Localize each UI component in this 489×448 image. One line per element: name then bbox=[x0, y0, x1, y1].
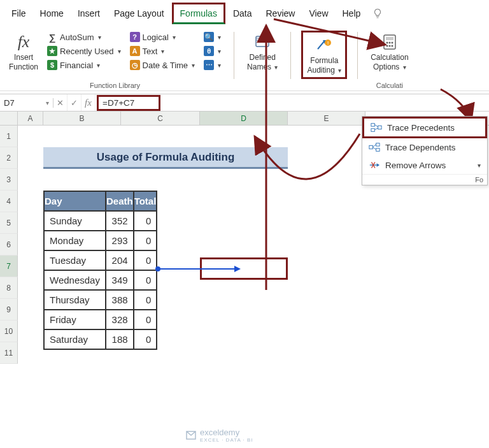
menu-data[interactable]: Data bbox=[227, 4, 259, 22]
table-row[interactable]: Saturday1880 bbox=[44, 329, 157, 349]
logical-label: Logical bbox=[143, 33, 169, 42]
menu-view[interactable]: View bbox=[302, 4, 334, 22]
menu-file[interactable]: File bbox=[5, 4, 32, 22]
formula-input[interactable]: =D7+C7 bbox=[97, 95, 160, 111]
tell-me-icon[interactable] bbox=[372, 8, 383, 19]
formula-bar: D7 ▾ ✕ ✓ fx =D7+C7 bbox=[0, 94, 489, 112]
date-time-label: Date & Time bbox=[143, 61, 188, 70]
svg-point-6 bbox=[386, 42, 388, 44]
insert-function-button[interactable]: fx Insert Function bbox=[6, 31, 41, 73]
calc-options-label-1: Calculation bbox=[371, 54, 408, 62]
math-button[interactable]: θ▾ bbox=[201, 45, 223, 57]
insert-function-label-2: Function bbox=[9, 63, 38, 71]
ribbon: fx Insert Function ∑AutoSum▾ ★Recently U… bbox=[0, 27, 489, 91]
row-header-3[interactable]: 3 bbox=[0, 169, 18, 191]
chevron-down-icon: ▾ bbox=[218, 62, 221, 69]
svg-marker-18 bbox=[377, 163, 380, 166]
row-header-4[interactable]: 4 bbox=[0, 191, 18, 212]
table-row[interactable]: Sunday3520 bbox=[44, 211, 157, 231]
autosum-button[interactable]: ∑AutoSum▾ bbox=[45, 31, 124, 43]
defined-names-label-1: Defined bbox=[250, 54, 276, 62]
formula-auditing-button[interactable]: ! Formula Auditing ▾ bbox=[301, 31, 347, 79]
watermark-tagline: EXCEL · DATA · BI bbox=[200, 437, 253, 443]
calculation-options-button[interactable]: Calculation Options ▾ bbox=[368, 31, 411, 73]
text-label: Text bbox=[143, 47, 158, 56]
fx-icon: fx bbox=[18, 33, 30, 52]
menu-page-layout[interactable]: Page Layout bbox=[108, 4, 171, 22]
col-header-e[interactable]: E bbox=[288, 112, 365, 125]
row-header-2[interactable]: 2 bbox=[0, 147, 18, 169]
remove-arrows-item[interactable]: Remove Arrows ▾ bbox=[362, 156, 487, 174]
group-function-library: fx Insert Function ∑AutoSum▾ ★Recently U… bbox=[3, 31, 227, 90]
menu-formulas[interactable]: Formulas bbox=[172, 3, 225, 24]
chevron-down-icon: ▾ bbox=[98, 34, 101, 41]
text-button[interactable]: AText▾ bbox=[127, 45, 198, 57]
col-header-a[interactable]: A bbox=[18, 112, 43, 125]
chevron-down-icon: ▾ bbox=[118, 48, 121, 55]
cancel-formula-button[interactable]: ✕ bbox=[53, 94, 67, 111]
svg-point-10 bbox=[388, 45, 390, 47]
svg-point-7 bbox=[388, 42, 390, 44]
col-header-c[interactable]: C bbox=[121, 112, 200, 125]
date-time-button[interactable]: ◷Date & Time▾ bbox=[127, 59, 198, 71]
chevron-down-icon: ▾ bbox=[218, 34, 221, 41]
group-formula-auditing: ! Formula Auditing ▾ bbox=[297, 31, 351, 90]
financial-button[interactable]: $Financial▾ bbox=[45, 59, 124, 71]
menu-home[interactable]: Home bbox=[34, 4, 70, 22]
remove-arrows-icon bbox=[369, 160, 380, 170]
row-header-11[interactable]: 11 bbox=[0, 342, 18, 364]
row-header-5[interactable]: 5 bbox=[0, 212, 18, 234]
fx-button[interactable]: fx bbox=[82, 94, 96, 111]
row-header-1[interactable]: 1 bbox=[0, 126, 18, 147]
more-functions-button[interactable]: ⋯▾ bbox=[201, 59, 223, 71]
trace-precedents-item[interactable]: Trace Precedents bbox=[362, 117, 487, 138]
chevron-down-icon: ▾ bbox=[97, 62, 100, 69]
function-library-label: Function Library bbox=[90, 79, 140, 90]
lookup-button[interactable]: 🔍▾ bbox=[201, 31, 223, 43]
menu-help[interactable]: Help bbox=[336, 4, 367, 22]
table-row[interactable]: Wednesday3490 bbox=[44, 270, 157, 290]
accept-formula-button[interactable]: ✓ bbox=[67, 94, 82, 111]
row-header-8[interactable]: 8 bbox=[0, 277, 18, 299]
row-header-7[interactable]: 7 bbox=[0, 256, 18, 277]
insert-function-label-1: Insert bbox=[14, 54, 33, 62]
svg-text:!: ! bbox=[327, 40, 329, 46]
trace-dependents-label: Trace Dependents bbox=[385, 143, 456, 152]
recently-used-label: Recently Used bbox=[60, 47, 114, 56]
trace-dependents-item[interactable]: Trace Dependents bbox=[362, 138, 487, 156]
menu-review[interactable]: Review bbox=[260, 4, 302, 22]
table-row[interactable]: Friday3280 bbox=[44, 310, 157, 329]
col-header-b[interactable]: B bbox=[43, 112, 121, 125]
recently-used-button[interactable]: ★Recently Used▾ bbox=[45, 45, 124, 57]
select-all-corner[interactable] bbox=[0, 112, 18, 125]
logical-button[interactable]: ?Logical▾ bbox=[127, 31, 198, 43]
col-header-d[interactable]: D bbox=[200, 112, 288, 125]
row-header-9[interactable]: 9 bbox=[0, 299, 18, 321]
svg-point-9 bbox=[386, 45, 388, 47]
sheet-title: Usage of Formula Auditing bbox=[43, 147, 288, 169]
menu-insert[interactable]: Insert bbox=[71, 4, 106, 22]
trace-precedent-arrowhead bbox=[234, 266, 241, 272]
calc-options-label-2: Options ▾ bbox=[373, 63, 406, 71]
trace-precedents-icon bbox=[371, 122, 382, 133]
chevron-down-icon: ▾ bbox=[173, 34, 176, 41]
defined-names-button[interactable]: Defined Names ▾ bbox=[244, 31, 280, 73]
watermark-icon bbox=[185, 429, 197, 442]
svg-rect-12 bbox=[371, 124, 374, 127]
svg-point-8 bbox=[391, 42, 393, 44]
name-box-value: D7 bbox=[4, 98, 15, 108]
row-header-6[interactable]: 6 bbox=[0, 234, 18, 256]
header-death: Death bbox=[106, 191, 134, 211]
trace-precedent-line bbox=[158, 268, 234, 270]
trace-dependents-icon bbox=[369, 142, 380, 152]
fx-icon: fx bbox=[85, 98, 92, 108]
chevron-down-icon: ▾ bbox=[46, 99, 49, 106]
row-header-10[interactable]: 10 bbox=[0, 321, 18, 342]
svg-point-11 bbox=[391, 45, 393, 47]
table-row[interactable]: Monday2930 bbox=[44, 231, 157, 250]
name-box[interactable]: D7 ▾ bbox=[0, 98, 53, 108]
watermark-brand: exceldemy bbox=[200, 428, 239, 437]
table-row[interactable]: Tuesday2040 bbox=[44, 250, 157, 270]
formula-auditing-dropdown: Trace Precedents Trace Dependents Remove… bbox=[362, 116, 488, 185]
table-row[interactable]: Thursday3880 bbox=[44, 290, 157, 310]
